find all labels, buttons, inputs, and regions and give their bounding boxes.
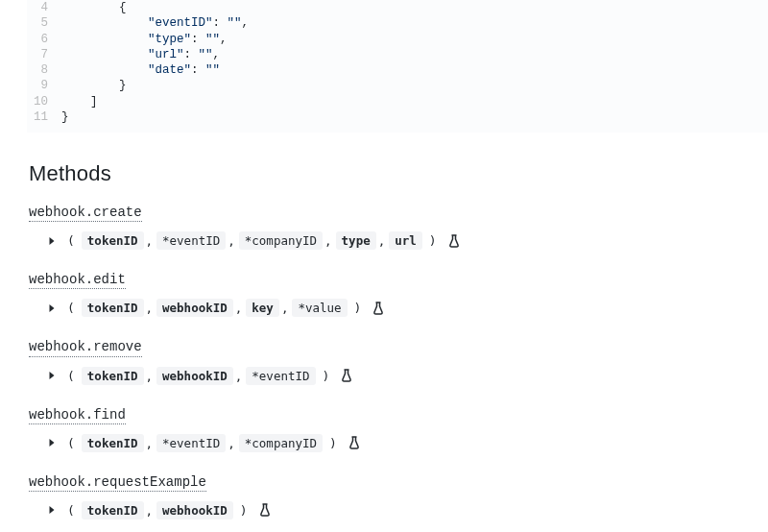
paren-open: (	[65, 436, 77, 450]
param: tokenID	[82, 501, 144, 520]
param-separator: ,	[227, 233, 238, 248]
paren-open: (	[65, 503, 77, 518]
method-signature: (tokenID,*eventID,*companyID)	[46, 434, 768, 452]
paren-close: )	[352, 301, 364, 315]
param-list: tokenID,*eventID,*companyID,type,url	[81, 231, 423, 250]
param-separator: ,	[145, 301, 156, 315]
line-number: 8	[27, 62, 61, 78]
expand-chevron-icon[interactable]	[46, 370, 58, 381]
method-block: webhook.edit (tokenID,webhookID,key,*val…	[29, 263, 768, 317]
param: type	[336, 231, 376, 250]
param-list: tokenID,*eventID,*companyID	[81, 434, 324, 452]
param: *eventID	[156, 231, 226, 250]
method-signature: (tokenID,*eventID,*companyID,type,url)	[46, 231, 768, 250]
param: webhookID	[156, 367, 233, 385]
param: tokenID	[82, 231, 144, 250]
paren-open: (	[65, 233, 77, 248]
line-number: 7	[27, 47, 61, 62]
code-content: "type": "",	[61, 32, 228, 47]
param: *value	[292, 299, 347, 317]
paren-close: )	[321, 369, 332, 383]
param: *companyID	[239, 434, 323, 452]
method-name-link[interactable]: webhook.find	[29, 406, 126, 424]
code-block: 4 {5 "eventID": "",6 "type": "",7 "url":…	[27, 0, 768, 133]
code-line: 5 "eventID": "",	[27, 15, 768, 31]
method-signature: (tokenID,webhookID)	[46, 501, 768, 520]
line-number: 4	[27, 0, 61, 15]
expand-chevron-icon[interactable]	[46, 504, 58, 516]
method-block: webhook.find (tokenID,*eventID,*companyI…	[29, 399, 768, 452]
paren-open: (	[65, 369, 77, 383]
paren-close: )	[327, 436, 339, 450]
beaker-icon[interactable]	[341, 369, 354, 382]
paren-close: )	[238, 503, 250, 518]
code-content: }	[61, 109, 69, 125]
beaker-icon[interactable]	[372, 302, 386, 315]
code-content: "date": ""	[61, 62, 220, 78]
param: *companyID	[239, 231, 323, 250]
code-line: 6 "type": "",	[27, 32, 768, 47]
paren-open: (	[65, 301, 77, 315]
param: tokenID	[82, 299, 144, 317]
method-signature: (tokenID,webhookID,*eventID)	[46, 367, 768, 385]
method-name-link[interactable]: webhook.requestExample	[29, 473, 206, 492]
param-separator: ,	[145, 369, 156, 383]
param: webhookID	[156, 299, 233, 317]
param-separator: ,	[227, 436, 238, 450]
paren-close: )	[427, 233, 439, 248]
code-line: 10 ]	[27, 94, 768, 109]
code-line: 11}	[27, 109, 768, 125]
expand-chevron-icon[interactable]	[46, 302, 58, 314]
line-number: 5	[27, 15, 61, 31]
param-list: tokenID,webhookID,key,*value	[81, 299, 348, 317]
param: webhookID	[156, 501, 233, 520]
code-content: "url": "",	[61, 47, 220, 62]
line-number: 11	[27, 109, 61, 125]
method-block: webhook.remove (tokenID,webhookID,*event…	[29, 330, 768, 384]
param-separator: ,	[145, 503, 156, 518]
param-list: tokenID,webhookID	[81, 501, 234, 520]
param-separator: ,	[280, 301, 292, 315]
code-line: 9 }	[27, 78, 768, 93]
method-signature: (tokenID,webhookID,key,*value)	[46, 299, 768, 317]
param-separator: ,	[234, 301, 246, 315]
code-line: 4 {	[27, 0, 768, 15]
method-block: webhook.create (tokenID,*eventID,*compan…	[29, 196, 768, 250]
param: key	[246, 299, 279, 317]
code-content: "eventID": "",	[61, 15, 249, 31]
param-list: tokenID,webhookID,*eventID	[81, 367, 317, 385]
beaker-icon[interactable]	[348, 436, 362, 449]
expand-chevron-icon[interactable]	[46, 437, 58, 448]
code-line: 7 "url": "",	[27, 47, 768, 62]
method-block: webhook.requestExample (tokenID,webhookI…	[29, 466, 768, 520]
code-content: }	[61, 78, 127, 93]
method-name-link[interactable]: webhook.remove	[29, 338, 142, 356]
param: *eventID	[246, 367, 315, 385]
beaker-icon[interactable]	[259, 503, 273, 517]
param-separator: ,	[145, 436, 156, 450]
param: tokenID	[82, 434, 144, 452]
method-name-link[interactable]: webhook.create	[29, 204, 142, 222]
param-separator: ,	[234, 369, 246, 383]
code-content: {	[61, 0, 127, 15]
param: url	[389, 231, 422, 250]
line-number: 10	[27, 94, 61, 109]
expand-chevron-icon[interactable]	[46, 235, 58, 247]
param-separator: ,	[324, 233, 335, 248]
param: *eventID	[156, 434, 226, 452]
param-separator: ,	[145, 233, 156, 248]
method-name-link[interactable]: webhook.edit	[29, 271, 126, 289]
methods-heading: Methods	[29, 161, 768, 186]
param: tokenID	[82, 367, 144, 385]
line-number: 6	[27, 32, 61, 47]
code-line: 8 "date": ""	[27, 62, 768, 78]
line-number: 9	[27, 78, 61, 93]
code-content: ]	[61, 94, 98, 109]
param-separator: ,	[377, 233, 389, 248]
beaker-icon[interactable]	[448, 234, 462, 248]
